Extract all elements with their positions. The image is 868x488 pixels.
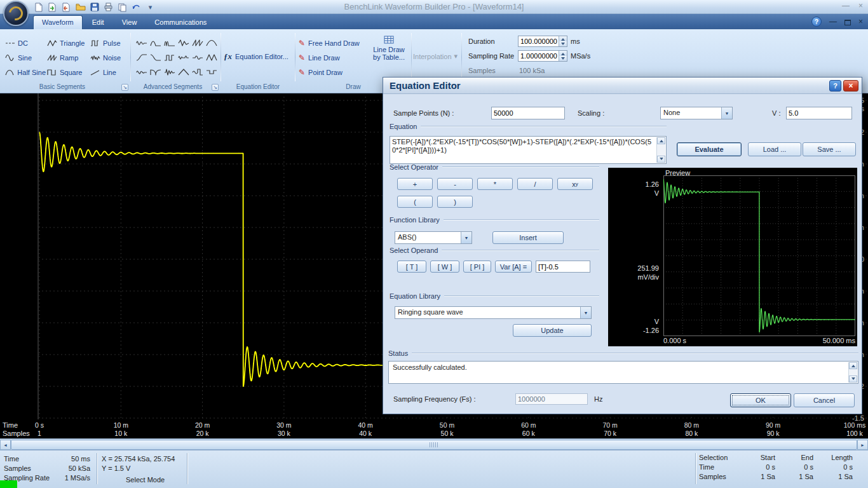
title-bar[interactable]: ▾ BenchLink Waveform Builder Pro - [Wave…: [0, 0, 868, 14]
advanced-segment-button-7[interactable]: [135, 50, 149, 65]
duration-spinner[interactable]: [518, 36, 567, 47]
equation-editor-button[interactable]: ƒx Equation Editor...: [224, 50, 294, 64]
advanced-segments-launcher-button[interactable]: ↘: [212, 84, 219, 91]
spin-up-button[interactable]: [559, 36, 567, 41]
ok-button[interactable]: OK: [730, 393, 791, 407]
tab-waveform[interactable]: Waveform: [33, 15, 83, 29]
advanced-segment-button-17[interactable]: [191, 65, 205, 79]
window-minimize-button[interactable]: —: [842, 1, 850, 10]
document-restore-icon[interactable]: [844, 20, 851, 25]
advanced-segment-button-12[interactable]: [205, 50, 219, 65]
advanced-segment-button-16[interactable]: [177, 65, 191, 79]
segment-sine-button[interactable]: Sine: [4, 50, 46, 65]
advanced-segment-button-10[interactable]: [177, 50, 191, 65]
operator-multiply-button[interactable]: *: [477, 178, 513, 190]
advanced-segment-button-14[interactable]: [149, 65, 163, 79]
scroll-right-button[interactable]: ►: [857, 440, 868, 450]
scroll-up-button[interactable]: [849, 362, 857, 369]
table-button-label: Line Draw by Table...: [369, 46, 409, 61]
statusbar-separator: [187, 453, 187, 484]
function-library-dropdown[interactable]: ABS() ▼: [395, 231, 472, 244]
operand-var-a-button[interactable]: Var [A] =: [495, 261, 532, 273]
operator-open-paren-button[interactable]: (: [397, 196, 433, 208]
segment-line-button[interactable]: Line: [89, 65, 127, 79]
operator-plus-button[interactable]: +: [397, 178, 433, 190]
segment-triangle-button[interactable]: Triangle: [46, 36, 89, 50]
advanced-segment-button-4[interactable]: [177, 36, 191, 50]
advanced-segment-button-18[interactable]: [205, 65, 219, 79]
help-button[interactable]: ?: [811, 17, 822, 27]
operand-w-button[interactable]: [ W ]: [430, 261, 459, 273]
dialog-help-button[interactable]: ?: [829, 80, 841, 92]
scaling-dropdown[interactable]: None ▼: [660, 107, 733, 119]
advanced-segment-button-1[interactable]: [135, 36, 149, 50]
segment-pulse-button[interactable]: Pulse: [89, 36, 127, 50]
operator-minus-button[interactable]: -: [437, 178, 473, 190]
save-button[interactable]: Save ...: [803, 142, 856, 156]
advanced-segment-button-6[interactable]: [205, 36, 219, 50]
sampling-rate-spinner[interactable]: [518, 50, 567, 62]
segment-dc-button[interactable]: DC: [4, 36, 46, 50]
line-draw-button[interactable]: ✎ Line Draw: [299, 51, 340, 64]
var-a-value-input[interactable]: [536, 261, 590, 273]
segment-noise-button[interactable]: Noise: [89, 50, 127, 65]
spin-up-button[interactable]: [559, 51, 567, 56]
segment-square-button[interactable]: Square: [46, 65, 89, 79]
segment-ramp-button[interactable]: Ramp: [46, 50, 89, 65]
advanced-segment-button-3[interactable]: [163, 36, 177, 50]
group-separator: [130, 33, 131, 81]
dialog-close-button[interactable]: ×: [843, 80, 858, 92]
sample-points-input[interactable]: [491, 107, 565, 119]
operator-divide-button[interactable]: /: [517, 178, 553, 190]
sampling-rate-input[interactable]: [519, 51, 559, 61]
cancel-button[interactable]: Cancel: [794, 393, 855, 407]
segment-half-sine-button[interactable]: Half Sine: [4, 65, 46, 79]
basic-segments-launcher-button[interactable]: ↘: [121, 84, 128, 91]
load-button[interactable]: Load ...: [748, 142, 801, 156]
interpolation-dropdown[interactable]: Interpolation ▾: [413, 52, 460, 60]
chevron-down-icon[interactable]: ▼: [580, 307, 591, 318]
advanced-segment-button-2[interactable]: [149, 36, 163, 50]
chevron-down-icon[interactable]: ▼: [721, 107, 732, 119]
advanced-segment-button-8[interactable]: [149, 50, 163, 65]
document-minimize-button[interactable]: —: [829, 17, 837, 26]
window-close-button[interactable]: ×: [858, 1, 863, 10]
dialog-title-bar[interactable]: Equation Editor ? ×: [383, 78, 862, 94]
operator-power-button[interactable]: xy: [557, 178, 593, 190]
v-input[interactable]: [786, 107, 852, 119]
scroll-thumb[interactable]: [11, 440, 857, 450]
equation-input[interactable]: STEP(-[A])*(.2*EXP(-15*[T])*COS(50*[W])+…: [390, 136, 667, 164]
insert-button[interactable]: Insert: [492, 231, 564, 244]
chevron-down-icon[interactable]: ▼: [461, 232, 471, 243]
app-logo-button[interactable]: [3, 1, 29, 26]
advanced-segment-button-9[interactable]: [163, 50, 177, 65]
duration-input[interactable]: [519, 36, 559, 46]
advanced-segment-button-11[interactable]: [191, 50, 205, 65]
advanced-segment-button-13[interactable]: [135, 65, 149, 79]
scroll-left-button[interactable]: ◄: [0, 440, 11, 450]
operand-t-button[interactable]: [ T ]: [397, 261, 426, 273]
equation-scrollbar[interactable]: [656, 137, 665, 163]
scroll-down-button[interactable]: [657, 156, 665, 163]
free-hand-draw-button[interactable]: ✎ Free Hand Draw: [299, 37, 360, 50]
tab-communications[interactable]: Communications: [146, 16, 215, 29]
update-button[interactable]: Update: [513, 324, 592, 337]
evaluate-button[interactable]: Evaluate: [677, 142, 742, 156]
segment-label: Triangle: [60, 39, 85, 47]
operator-close-paren-button[interactable]: ): [437, 196, 473, 208]
scroll-up-button[interactable]: [657, 137, 665, 144]
horizontal-scrollbar[interactable]: ◄ ►: [0, 438, 868, 450]
status-scrollbar[interactable]: [848, 362, 857, 383]
equation-library-dropdown[interactable]: Ringing square wave ▼: [395, 306, 592, 319]
advanced-segment-button-15[interactable]: [163, 65, 177, 79]
operand-pi-button[interactable]: [ PI ]: [463, 261, 491, 273]
document-close-button[interactable]: ×: [858, 17, 863, 26]
point-draw-button[interactable]: ✎ Point Draw: [299, 66, 342, 79]
tab-edit[interactable]: Edit: [84, 16, 112, 29]
spin-down-button[interactable]: [559, 56, 567, 61]
line-draw-by-table-button[interactable]: Line Draw by Table...: [369, 36, 409, 83]
tab-view[interactable]: View: [114, 16, 146, 29]
spin-down-button[interactable]: [559, 41, 567, 46]
scroll-down-button[interactable]: [849, 376, 857, 383]
advanced-segment-button-5[interactable]: [191, 36, 205, 50]
